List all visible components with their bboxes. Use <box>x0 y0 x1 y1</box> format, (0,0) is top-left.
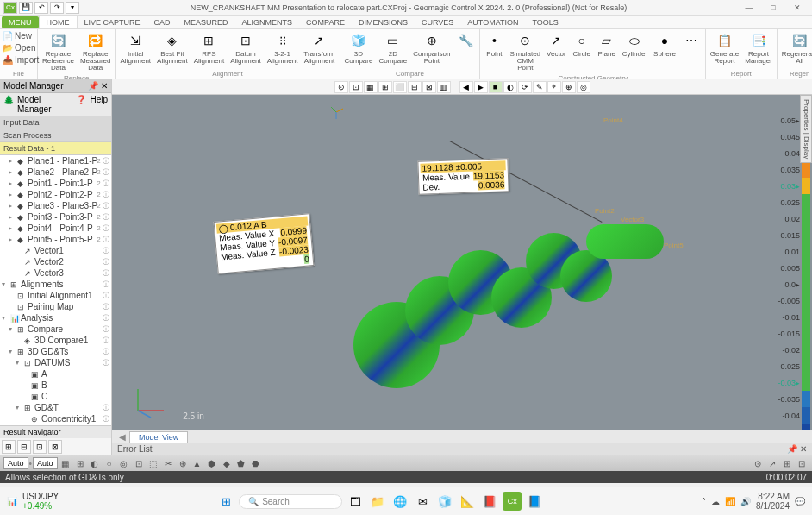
minimize-button[interactable]: — <box>738 2 760 14</box>
model-view-tab[interactable]: Model View <box>129 431 188 443</box>
vp-tool-3[interactable]: ▦ <box>364 81 378 93</box>
reportmgr-button[interactable]: 📑Report Manager <box>742 30 775 66</box>
vp-tool-15[interactable]: ⌖ <box>547 81 561 93</box>
tree-vector-2[interactable]: ↗Vector3ⓘ <box>0 267 111 279</box>
tree-plane-1[interactable]: ▸◆Plane2 - Plane2-P2 ⓘ <box>0 166 111 178</box>
cg-simcmm-button[interactable]: ⊙Simulated CMM Point <box>507 30 543 72</box>
tree-gdt-0[interactable]: ⊕Concentricity1ⓘ <box>0 413 111 424</box>
nav-btn-3[interactable]: ⊡ <box>33 440 47 454</box>
tree-plane-6[interactable]: ▸◆Point4 - Point4-P2 ⓘ <box>0 223 111 234</box>
tray-notif-icon[interactable]: 💬 <box>795 497 805 506</box>
nav-btn-4[interactable]: ⊠ <box>48 440 62 454</box>
file-import[interactable]: 📥Import <box>2 54 40 66</box>
vp-tool-12[interactable]: ◐ <box>503 81 517 93</box>
tab-livecapture[interactable]: LIVE CAPTURE <box>78 16 147 28</box>
help-icon[interactable]: ❓ <box>76 95 86 114</box>
bt-ico-11[interactable]: ⬢ <box>205 457 219 469</box>
tree-alignments[interactable]: ▾⊞Alignmentsⓘ <box>0 279 111 290</box>
vp-tool-10[interactable]: ▶ <box>474 81 488 93</box>
taskapp-2[interactable]: 📁 <box>368 492 387 511</box>
vp-tool-11[interactable]: ■ <box>489 81 503 93</box>
bt-ico-3[interactable]: ◐ <box>88 457 102 469</box>
transform-align-button[interactable]: ↗Transform Alignment <box>301 30 337 66</box>
tree-datum-0[interactable]: ▣A <box>0 368 111 380</box>
tree-gdat[interactable]: ▾⊞3D GD&Tsⓘ <box>0 346 111 357</box>
tray-vol-icon[interactable]: 🔊 <box>740 497 751 506</box>
bt-ico-1[interactable]: ▦ <box>59 457 72 469</box>
section-scanprocess[interactable]: Scan Process <box>0 129 111 142</box>
file-new[interactable]: 📄New <box>2 30 33 41</box>
tray-cloud-icon[interactable]: ☁ <box>711 497 720 506</box>
section-inputdata[interactable]: Input Data <box>0 116 111 129</box>
close-button[interactable]: ✕ <box>786 2 809 14</box>
tree-plane-5[interactable]: ▸◆Point3 - Point3-P2 ⓘ <box>0 211 111 223</box>
comppoint-button[interactable]: ⊕Comparison Point <box>410 30 453 66</box>
bt-ico-10[interactable]: ▲ <box>191 457 204 469</box>
taskapp-9[interactable]: 📘 <box>525 492 544 511</box>
tree-align-0[interactable]: ⊡Initial Alignment1ⓘ <box>0 290 111 301</box>
tab-tools[interactable]: TOOLS <box>525 16 565 28</box>
taskapp-3[interactable]: 🌐 <box>390 492 409 511</box>
bt-ico-12[interactable]: ◆ <box>220 457 234 469</box>
rps-align-button[interactable]: ⊞RPS Alignment <box>191 30 228 66</box>
tree-plane-4[interactable]: ▸◆Plane3 - Plane3-P2 ⓘ <box>0 200 111 211</box>
321-align-button[interactable]: ⁝⁝3-2-1 Alignment <box>265 30 301 66</box>
bt-ico-8[interactable]: ✂ <box>161 457 175 469</box>
bt-ico-r4[interactable]: ⊡ <box>795 457 809 469</box>
tab-prev-icon[interactable]: ◀ <box>119 432 126 442</box>
datum-align-button[interactable]: ⊡Datum Alignment <box>228 30 264 66</box>
vp-tool-5[interactable]: ⬜ <box>393 81 407 93</box>
qa-redo-icon[interactable]: ↷ <box>50 2 64 14</box>
properties-tab[interactable]: Properties | Display <box>800 95 812 163</box>
tree-datum-1[interactable]: ▣B <box>0 380 111 391</box>
2dcompare-button[interactable]: ▭2D Compare <box>376 30 409 66</box>
sel-filter-2[interactable]: Auto <box>33 457 58 469</box>
search-box[interactable]: 🔍Search <box>239 494 342 509</box>
tree-plane-2[interactable]: ▸◆Point1 - Point1-P2 ⓘ <box>0 178 111 189</box>
tree-analysis[interactable]: ▾📊Analysisⓘ <box>0 312 111 323</box>
vp-tool-2[interactable]: ⊡ <box>349 81 363 93</box>
vp-tool-14[interactable]: ✎ <box>533 81 547 93</box>
initial-align-button[interactable]: ⇲Initial Alignment <box>117 30 153 66</box>
tree-plane-3[interactable]: ▸◆Point2 - Point2-P2 ⓘ <box>0 189 111 200</box>
tree-gdt[interactable]: ▾⊞GD&Tⓘ <box>0 402 111 413</box>
tree-vector-0[interactable]: ↗Vector1ⓘ <box>0 245 111 256</box>
tray-wifi-icon[interactable]: 📶 <box>725 497 735 506</box>
annotation-dimension[interactable]: 19.1128 ±0.005 Meas. Value19.1153 Dev.0.… <box>417 158 509 195</box>
taskapp-5[interactable]: 🧊 <box>435 492 454 511</box>
taskapp-7[interactable]: 📕 <box>480 492 499 511</box>
tab-alignments[interactable]: ALIGNMENTS <box>235 16 300 28</box>
bt-ico-14[interactable]: ⬣ <box>249 457 263 469</box>
start-button[interactable]: ⊞ <box>216 492 235 511</box>
tab-curves[interactable]: CURVES <box>415 16 460 28</box>
tab-menu[interactable]: MENU <box>2 16 39 28</box>
cg-sphere-button[interactable]: ●Sphere <box>651 30 678 59</box>
genreport-button[interactable]: 📋Generate Report <box>708 30 741 66</box>
tab-compare[interactable]: COMPARE <box>299 16 352 28</box>
replace-ref-button[interactable]: 🔄Replace Reference Data <box>40 30 77 72</box>
vp-tool-4[interactable]: ⊞ <box>378 81 392 93</box>
maximize-button[interactable]: □ <box>762 2 784 14</box>
tree-datums[interactable]: ▾⊡DATUMSⓘ <box>0 357 111 368</box>
canvas-3d[interactable]: 19.1128 ±0.005 Meas. Value19.1153 Dev.0.… <box>112 95 812 430</box>
qa-dropdown-icon[interactable]: ▾ <box>66 2 79 14</box>
bt-ico-2[interactable]: ⊞ <box>73 457 87 469</box>
regen-button[interactable]: 🔄Regenerate All <box>779 30 812 66</box>
section-resultdata[interactable]: Result Data - 1 <box>0 142 111 155</box>
tab-dimensions[interactable]: DIMENSIONS <box>352 16 415 28</box>
nav-btn-2[interactable]: ⊟ <box>17 440 31 454</box>
cg-more-button[interactable]: ⋯ <box>679 30 703 51</box>
cg-point-button[interactable]: •Point <box>482 30 506 59</box>
bt-ico-r3[interactable]: ⊞ <box>780 457 794 469</box>
tree-plane-7[interactable]: ▸◆Point5 - Point5-P2 ⓘ <box>0 234 111 245</box>
bt-ico-9[interactable]: ⊕ <box>176 457 190 469</box>
cg-vector-button[interactable]: ↗Vector <box>544 30 569 59</box>
system-tray[interactable]: ˄ ☁ 📶 🔊 8:22 AM 8/1/2024 💬 <box>702 492 805 511</box>
qa-undo-icon[interactable]: ↶ <box>34 2 48 14</box>
bt-ico-6[interactable]: ⊡ <box>132 457 146 469</box>
3dcompare-button[interactable]: 🧊3D Compare <box>342 30 376 66</box>
taskapp-6[interactable]: 📐 <box>458 492 477 511</box>
bt-ico-5[interactable]: ◎ <box>117 457 131 469</box>
cg-plane-button[interactable]: ▱Plane <box>595 30 619 59</box>
bt-ico-r1[interactable]: ⊙ <box>751 457 765 469</box>
